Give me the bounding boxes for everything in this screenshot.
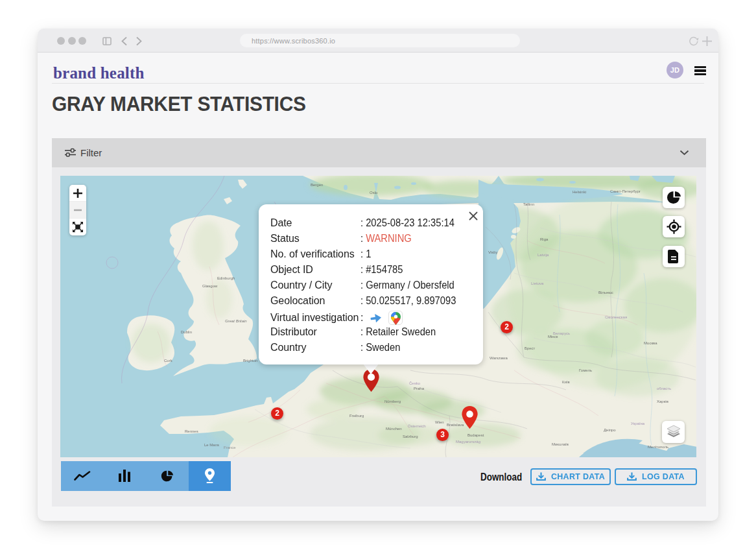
svg-text:Брест: Брест (525, 346, 536, 350)
svg-text:Glasgow: Glasgow (202, 284, 218, 288)
svg-text:Lietuva: Lietuva (531, 281, 544, 285)
svg-text:Мелітополь: Мелітополь (648, 445, 668, 449)
svg-text:Dublin: Dublin (181, 330, 192, 334)
svg-text:Миколаїв: Миколаїв (552, 442, 569, 446)
svg-text:Дніпро: Дніпро (604, 428, 616, 432)
svg-text:Харків: Харків (657, 400, 668, 403)
svg-text:Freiburg: Freiburg (349, 414, 364, 418)
svg-text:Praha: Praha (414, 387, 425, 390)
svg-text:France: France (224, 446, 236, 449)
svg-text:Brighton: Brighton (243, 359, 257, 363)
svg-text:Tallinn: Tallinn (523, 202, 534, 206)
svg-text:Вільнюс: Вільнюс (598, 291, 613, 294)
svg-text:Magyarország: Magyarország (456, 440, 480, 444)
svg-text:Österreich: Österreich (408, 424, 426, 428)
svg-text:Nürnberg: Nürnberg (384, 400, 401, 403)
svg-text:Rennes: Rennes (185, 429, 198, 433)
svg-text:Riga: Riga (540, 237, 549, 241)
svg-text:Visby: Visby (488, 250, 498, 254)
svg-text:Wien: Wien (435, 420, 444, 424)
svg-text:Budapest: Budapest (467, 433, 484, 437)
svg-text:Le Mans: Le Mans (204, 443, 219, 447)
svg-text:Česko: Česko (409, 381, 421, 385)
svg-text:Helsinki: Helsinki (573, 190, 586, 194)
svg-text:область: область (657, 387, 671, 390)
svg-text:Salzburg: Salzburg (403, 435, 418, 438)
svg-text:München: München (386, 427, 402, 431)
svg-text:Latvija: Latvija (537, 253, 549, 257)
svg-text:Гомель: Гомель (579, 368, 592, 372)
svg-text:Edinburgh: Edinburgh (217, 276, 235, 280)
svg-text:Москва: Москва (644, 341, 657, 345)
svg-text:Беларусь: Беларусь (553, 331, 570, 335)
svg-text:Bergen: Bergen (311, 183, 323, 187)
svg-text:Санкт-Петербург: Санкт-Петербург (610, 189, 641, 193)
svg-text:Київ: Київ (562, 380, 570, 384)
svg-text:Cork: Cork (164, 359, 173, 363)
svg-text:Great Britain: Great Britain (225, 319, 247, 323)
svg-text:Смоленская: Смоленская (605, 315, 627, 319)
svg-text:Warszawa: Warszawa (490, 356, 508, 360)
svg-text:Oslo: Oslo (370, 191, 378, 195)
svg-text:Україна: Україна (631, 422, 645, 425)
